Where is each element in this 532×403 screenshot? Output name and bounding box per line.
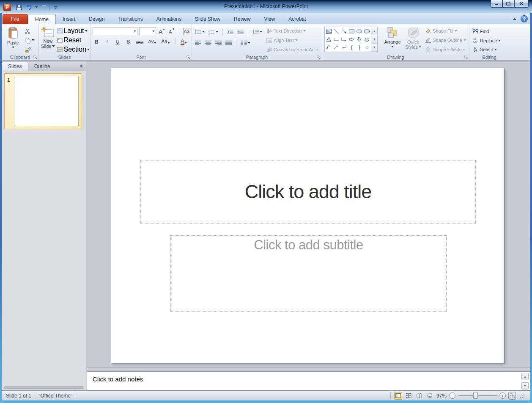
underline-button[interactable]: U <box>114 37 121 45</box>
shape-arrow-icon[interactable] <box>340 27 348 35</box>
shapes-more-icon[interactable]: ▼ <box>371 44 377 52</box>
close-button[interactable] <box>514 0 529 8</box>
minimize-button[interactable] <box>491 0 502 8</box>
shape-rectangle-icon[interactable] <box>348 27 355 35</box>
text-direction-button[interactable]: A Text Direction <box>266 27 319 35</box>
notes-scroll-down-icon[interactable]: ▼ <box>521 382 529 389</box>
slide-sorter-view-button[interactable] <box>405 392 413 400</box>
tab-slides-pane[interactable]: Slides <box>2 62 28 71</box>
layout-button[interactable]: Layout <box>56 27 90 35</box>
zoom-in-button[interactable]: + <box>499 392 506 399</box>
text-shadow-button[interactable]: S <box>124 37 132 45</box>
font-dialog-launcher[interactable] <box>186 55 191 60</box>
shape-freeform-icon[interactable] <box>363 35 371 43</box>
section-button[interactable]: Section <box>56 45 90 54</box>
clipboard-dialog-launcher[interactable] <box>33 55 38 60</box>
notes-scroll-up-icon[interactable]: ▲ <box>521 373 529 380</box>
italic-button[interactable]: I <box>103 37 111 45</box>
shape-arc-icon[interactable] <box>332 44 340 52</box>
help-button[interactable]: ? <box>521 15 528 22</box>
bullets-button[interactable] <box>194 28 206 36</box>
zoom-slider[interactable] <box>458 395 497 396</box>
theme-indicator[interactable]: "Office Theme" <box>38 393 72 399</box>
shape-rounded-rectangle-icon[interactable] <box>363 27 371 35</box>
reset-button[interactable]: Reset <box>56 36 90 44</box>
tab-view[interactable]: View <box>257 14 282 24</box>
fit-slide-to-window-button[interactable] <box>508 392 516 400</box>
font-name-combobox[interactable] <box>93 27 137 35</box>
shape-down-arrow-icon[interactable] <box>356 35 363 43</box>
strikethrough-button[interactable]: abe <box>135 37 144 45</box>
reading-view-button[interactable] <box>415 392 423 400</box>
tab-outline-pane[interactable]: Outline <box>28 62 56 71</box>
tab-design[interactable]: Design <box>82 14 111 24</box>
tab-acrobat[interactable]: Acrobat <box>282 14 313 24</box>
columns-button[interactable] <box>240 39 251 47</box>
zoom-slider-thumb[interactable] <box>473 392 478 399</box>
shape-star-icon[interactable]: ☆ <box>363 44 371 52</box>
tab-slide-show[interactable]: Slide Show <box>188 14 227 24</box>
select-button[interactable]: Select <box>472 45 502 54</box>
shape-outline-button[interactable]: Shape Outline <box>424 36 467 44</box>
shape-fill-button[interactable]: Shape Fill <box>424 27 467 35</box>
replace-button[interactable]: ab ac Replace <box>472 36 502 45</box>
clear-formatting-button[interactable]: Aa <box>182 27 191 35</box>
copy-button[interactable] <box>24 36 35 44</box>
cut-button[interactable] <box>24 27 35 35</box>
tab-transitions[interactable]: Transitions <box>111 14 149 24</box>
align-text-button[interactable]: Align Text <box>266 36 319 44</box>
grow-font-button[interactable]: A▲ <box>158 27 166 35</box>
bold-button[interactable]: B <box>93 37 100 45</box>
shape-effects-button[interactable]: Shape Effects <box>424 45 467 54</box>
shape-right-arrow-icon[interactable] <box>348 35 355 43</box>
increase-indent-button[interactable] <box>236 28 244 36</box>
drawing-dialog-launcher[interactable] <box>463 55 468 60</box>
justify-button[interactable] <box>225 39 233 47</box>
tab-file[interactable]: File <box>3 14 28 24</box>
paragraph-dialog-launcher[interactable] <box>316 55 321 60</box>
zoom-out-button[interactable]: − <box>449 392 455 399</box>
collapse-ribbon-icon[interactable] <box>513 16 516 20</box>
resize-grip[interactable] <box>520 394 524 398</box>
shapes-scroll-down-icon[interactable]: ▼ <box>371 35 377 43</box>
slide-thumbnail-selected[interactable]: 1 <box>4 73 82 129</box>
shape-elbow-arrow-connector-icon[interactable] <box>340 35 348 43</box>
shape-curve-icon[interactable] <box>340 44 348 52</box>
find-button[interactable]: Find <box>472 27 502 36</box>
format-painter-button[interactable] <box>24 45 35 54</box>
shape-right-brace-icon[interactable]: } <box>356 44 363 52</box>
notes-placeholder[interactable]: Click to add notes <box>93 375 143 383</box>
character-spacing-button[interactable]: AV <box>147 37 157 45</box>
quick-styles-button[interactable]: Quick Styles <box>404 26 422 54</box>
convert-smartart-button[interactable]: Convert to SmartArt <box>266 45 319 54</box>
font-color-button[interactable]: A <box>180 37 188 45</box>
tab-animations[interactable]: Animations <box>150 14 188 24</box>
shrink-font-button[interactable]: A▼ <box>168 27 176 35</box>
align-right-button[interactable] <box>214 39 222 47</box>
shape-oval-icon[interactable] <box>356 27 363 35</box>
shape-triangle-icon[interactable] <box>325 35 332 43</box>
pane-horizontal-scrollbar[interactable] <box>3 386 84 389</box>
line-spacing-button[interactable] <box>252 28 263 36</box>
subtitle-placeholder[interactable]: Click to add subtitle <box>170 235 447 312</box>
shape-elbow-connector-icon[interactable] <box>332 35 340 43</box>
align-center-button[interactable] <box>204 39 212 47</box>
numbering-button[interactable]: 1 2 3 <box>208 28 219 36</box>
title-placeholder[interactable]: Click to add title <box>140 160 476 224</box>
change-case-button[interactable]: Aa <box>160 37 171 45</box>
shape-textbox-icon[interactable]: A <box>325 27 332 35</box>
arrange-button[interactable]: Arrange <box>381 26 404 54</box>
notes-splitter[interactable] <box>87 367 530 372</box>
align-left-button[interactable] <box>194 39 202 47</box>
decrease-indent-button[interactable] <box>226 28 234 36</box>
shape-scribble-icon[interactable] <box>325 44 332 52</box>
slide-canvas[interactable]: Click to add title Click to add subtitle <box>111 68 504 363</box>
tab-review[interactable]: Review <box>227 14 257 24</box>
normal-view-button[interactable] <box>394 392 402 400</box>
paste-button[interactable]: Paste <box>4 26 22 54</box>
paste-dropdown-icon[interactable] <box>12 47 14 50</box>
maximize-button[interactable] <box>502 0 514 8</box>
tab-insert[interactable]: Insert <box>56 14 82 24</box>
notes-pane[interactable]: Click to add notes ▲ ▼ <box>87 372 530 390</box>
zoom-level[interactable]: 97% <box>436 393 447 399</box>
